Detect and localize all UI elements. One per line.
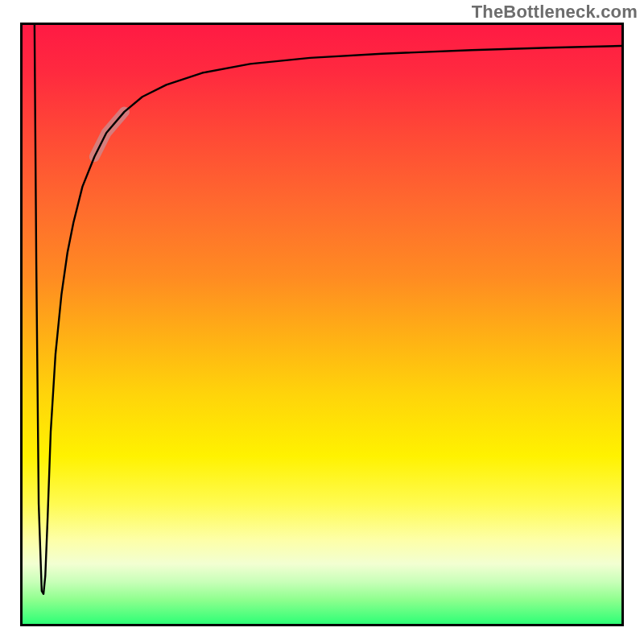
- curve-layer: [23, 25, 621, 624]
- attribution-text: TheBottleneck.com: [472, 2, 638, 23]
- chart-frame: TheBottleneck.com: [0, 0, 644, 644]
- plot-area: [20, 23, 624, 626]
- curve-highlight-segment: [94, 112, 124, 157]
